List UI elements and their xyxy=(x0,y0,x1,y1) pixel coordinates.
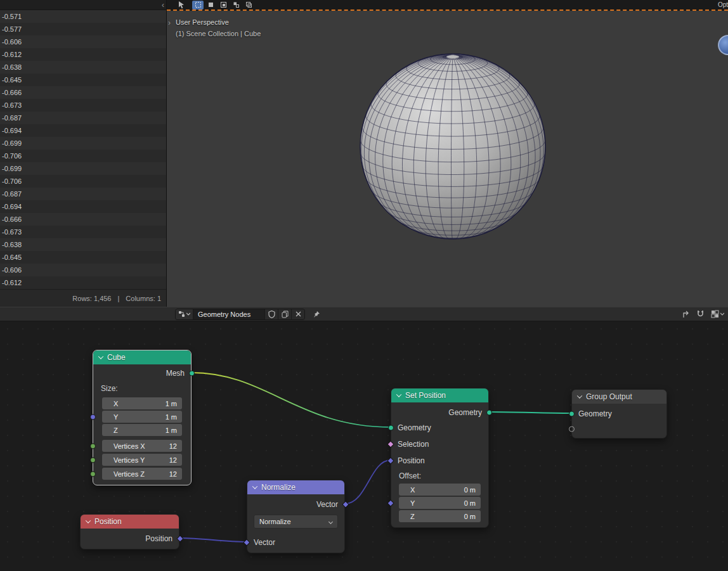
spreadsheet-row[interactable]: -0.606 xyxy=(0,264,166,276)
output-label: Geometry xyxy=(448,408,482,417)
options-button[interactable]: Opt xyxy=(718,1,728,8)
vertex-fields: Vertices X12 Vertices Y12 Vertices Z12 xyxy=(102,440,182,480)
spreadsheet-row[interactable]: -0.571 xyxy=(0,10,166,23)
node-set-position-header[interactable]: Set Position xyxy=(391,388,488,402)
chevron-down-icon xyxy=(328,519,333,523)
tree-name-field[interactable]: Geometry Nodes xyxy=(193,309,264,319)
input-label: Vector xyxy=(254,538,275,547)
node-position-header[interactable]: Position xyxy=(81,515,179,529)
duplicate-icon[interactable] xyxy=(278,309,291,319)
spreadsheet-panel: ‹ -0.571-0.577-0.606-0.612-0.638-0.645-0… xyxy=(0,0,167,307)
select-mode-invert-icon[interactable] xyxy=(230,1,242,10)
fake-user-shield-icon[interactable] xyxy=(264,309,278,319)
node-normalize[interactable]: Normalize Vector Normalize Vector xyxy=(247,480,345,553)
pin-icon[interactable] xyxy=(313,311,320,318)
collapse-chevron-icon[interactable] xyxy=(396,392,401,397)
overlays-icon[interactable] xyxy=(711,310,724,318)
spreadsheet-row[interactable]: -0.666 xyxy=(0,213,166,226)
spreadsheet-row[interactable]: -0.666 xyxy=(0,86,166,99)
spreadsheet-row[interactable]: -0.638 xyxy=(0,238,166,251)
spreadsheet-row[interactable]: -0.612 xyxy=(0,48,166,61)
node-editor-header-right xyxy=(682,310,724,318)
socket-geometry-input[interactable] xyxy=(388,425,394,431)
browse-tree-icon[interactable] xyxy=(176,309,193,319)
node-set-position[interactable]: Set Position Geometry Geometry Selection… xyxy=(391,388,489,528)
spreadsheet-row[interactable]: -0.699 xyxy=(0,162,166,175)
node-cube[interactable]: Cube Mesh Size: X1 m Y1 m Z1 m Vertices … xyxy=(93,350,192,485)
spreadsheet-row[interactable]: -0.577 xyxy=(0,23,166,35)
spreadsheet-row[interactable]: -0.687 xyxy=(0,188,166,200)
viewport-canvas[interactable]: › User Perspective (1) Scene Collection … xyxy=(167,11,728,305)
field-size-y[interactable]: Y1 m xyxy=(102,411,182,423)
spreadsheet-row[interactable]: -0.645 xyxy=(0,74,166,86)
offset-label: Offset: xyxy=(391,470,488,482)
input-row-position: Position xyxy=(391,454,488,467)
field-vertices-z[interactable]: Vertices Z12 xyxy=(102,468,182,480)
go-to-parent-tree-icon[interactable] xyxy=(682,310,690,318)
field-vertices-x[interactable]: Vertices X12 xyxy=(102,440,182,452)
field-vertices-y[interactable]: Vertices Y12 xyxy=(102,454,182,466)
field-offset-y[interactable]: Y0 m xyxy=(399,497,481,509)
socket-geometry-output[interactable] xyxy=(486,410,492,416)
spreadsheet-row[interactable]: -0.612 xyxy=(0,276,166,289)
spreadsheet-row[interactable]: -0.699 xyxy=(0,137,166,150)
node-tree-widget: Geometry Nodes xyxy=(175,309,305,320)
spreadsheet-column-header: ‹ xyxy=(0,0,166,10)
socket-size-input[interactable] xyxy=(90,414,96,420)
snapping-icon[interactable] xyxy=(696,310,705,318)
field-offset-z[interactable]: Z0 m xyxy=(399,510,481,522)
socket-geometry-input[interactable] xyxy=(569,411,575,417)
node-group-output[interactable]: Group Output Geometry xyxy=(571,389,667,439)
input-row-selection: Selection xyxy=(391,438,488,451)
collapse-chevron-icon[interactable] xyxy=(252,484,257,489)
socket-vertices-x-input[interactable] xyxy=(90,443,96,449)
operation-dropdown[interactable]: Normalize xyxy=(254,515,338,529)
spreadsheet-row[interactable]: -0.606 xyxy=(0,35,166,48)
spreadsheet-row[interactable]: -0.687 xyxy=(0,112,166,124)
output-row-vector: Vector xyxy=(247,498,344,511)
tweak-tool-icon[interactable] xyxy=(176,1,187,10)
node-title: Normalize xyxy=(261,483,296,492)
socket-mesh-output[interactable] xyxy=(189,371,195,376)
node-title: Cube xyxy=(107,353,126,362)
node-title: Group Output xyxy=(586,392,632,401)
spreadsheet-row[interactable]: -0.673 xyxy=(0,226,166,238)
select-mode-extend-icon[interactable] xyxy=(205,1,216,10)
socket-vertices-y-input[interactable] xyxy=(90,457,96,463)
spreadsheet-row[interactable]: -0.638 xyxy=(0,61,166,74)
collapse-chevron-icon[interactable] xyxy=(98,354,103,359)
collapse-chevron-icon[interactable] xyxy=(86,518,91,523)
field-size-x[interactable]: X1 m xyxy=(102,397,182,409)
output-row-mesh: Mesh xyxy=(93,367,191,380)
node-editor-canvas[interactable]: Cube Mesh Size: X1 m Y1 m Z1 m Vertices … xyxy=(0,321,728,571)
input-label: Position xyxy=(398,456,425,465)
field-offset-x[interactable]: X0 m xyxy=(399,484,481,496)
spreadsheet-status-bar: Rows: 1,456 | Columns: 1 xyxy=(0,289,166,307)
output-label: Vector xyxy=(316,500,338,509)
node-group-output-header[interactable]: Group Output xyxy=(572,390,666,404)
node-position[interactable]: Position Position xyxy=(80,514,179,549)
socket-vertices-z-input[interactable] xyxy=(90,471,96,477)
node-normalize-header[interactable]: Normalize xyxy=(247,480,344,494)
select-mode-set-icon[interactable] xyxy=(192,1,204,10)
spreadsheet-row[interactable]: -0.694 xyxy=(0,200,166,213)
spreadsheet-row[interactable]: -0.706 xyxy=(0,175,166,188)
spreadsheet-row[interactable]: -0.694 xyxy=(0,124,166,137)
node-cube-header[interactable]: Cube xyxy=(93,350,191,364)
collapse-chevron-icon[interactable] xyxy=(577,393,582,398)
sphere-object[interactable] xyxy=(167,11,728,305)
input-row-geometry: Geometry xyxy=(572,407,666,420)
columns-count: Columns: 1 xyxy=(126,295,161,302)
input-row-vector: Vector xyxy=(247,536,344,549)
socket-virtual-input[interactable] xyxy=(569,427,575,432)
field-size-z[interactable]: Z1 m xyxy=(102,424,182,436)
input-row-geometry: Geometry xyxy=(391,421,488,434)
select-mode-intersect-icon[interactable] xyxy=(243,1,254,10)
spreadsheet-row[interactable]: -0.673 xyxy=(0,99,166,112)
select-mode-subtract-icon[interactable] xyxy=(218,1,229,10)
spreadsheet-row[interactable]: -0.645 xyxy=(0,251,166,264)
unlink-x-icon[interactable] xyxy=(291,309,304,319)
output-label: Position xyxy=(145,534,172,543)
spreadsheet-row[interactable]: -0.706 xyxy=(0,150,166,162)
panel-collapse-icon[interactable]: ‹ xyxy=(162,1,164,10)
